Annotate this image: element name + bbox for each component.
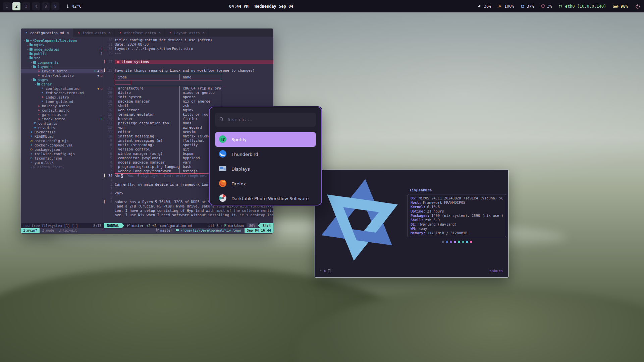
badge: ▢ <box>101 86 102 91</box>
tree-item-garden.astro[interactable]: Agarden.astro <box>21 113 104 117</box>
tree-root[interactable]: ▾~/Development/liv.town <box>21 39 104 43</box>
git-branch: master <box>127 223 144 228</box>
fetch-info-value: zsh 5.9 <box>425 218 440 222</box>
line-number: 11 <box>106 130 112 134</box>
tab-otherPost.astro[interactable]: AotherPost.astro× <box>115 28 165 37</box>
heading-icon <box>117 61 119 63</box>
app-item-firefox[interactable]: Firefox <box>215 176 316 191</box>
table-header-cell: item <box>115 74 179 80</box>
statusline-spacer <box>192 223 208 228</box>
fetch-info-row: Packages:1409 (nix-system), 2590 (nix-us… <box>411 214 503 218</box>
tree-item-env.d.ts[interactable]: TSenv.d.ts <box>21 126 104 130</box>
tree-item-index.astro[interactable]: Aindex.astroH <box>21 117 104 121</box>
workspace-1[interactable]: 1 <box>3 2 11 10</box>
line-number: 9 <box>106 138 112 143</box>
app-item-spotify[interactable]: Spotify <box>215 132 316 147</box>
tree-item--6-hidden-items-[interactable]: (6 hidden items) <box>21 165 104 169</box>
tab-close-icon[interactable]: × <box>108 31 111 35</box>
tree-item-pages[interactable]: ▾pages <box>21 78 104 82</box>
file-type-icon: M <box>41 86 44 91</box>
tree-item-node-modules[interactable]: ▸node_modulesE <box>21 47 104 52</box>
tab-Layout.astro[interactable]: ALayout.astro× <box>165 28 208 37</box>
tree-item-config.ts[interactable]: TSconfig.ts <box>21 121 104 126</box>
tree-item-Layout.astro[interactable]: ALayout.astroH●▢ <box>21 69 104 73</box>
tree-item-fediverse-terms.md[interactable]: Mfediverse-terms.md <box>21 91 104 95</box>
app-item-darktable-photo-workflow-software[interactable]: Darktable Photo Workflow Software <box>215 191 316 205</box>
fetch-info-row: Kernel:6.10.6 <box>411 205 503 209</box>
tree-item-tailwind.config.mjs[interactable]: Ttailwind.config.mjs <box>21 152 104 156</box>
tree-item-tsconfig.json[interactable]: {}tsconfig.json <box>21 156 104 161</box>
line-number: 16 <box>106 108 112 112</box>
power-icon[interactable] <box>635 0 640 12</box>
tmux-window-2:node[interactable]: 2:node <box>40 228 56 233</box>
tree-item-tone-guide.md[interactable]: Mtone-guide.md <box>21 100 104 104</box>
tab-close-icon[interactable]: × <box>159 31 161 35</box>
tree-item-public[interactable]: ▸public? <box>21 52 104 56</box>
disk-icon <box>521 4 525 8</box>
cursor-position: 34:4 <box>260 223 273 228</box>
tab-configuration.md[interactable]: Mconfiguration.md× <box>21 28 73 37</box>
workspace-3[interactable]: 3 <box>22 2 30 10</box>
scroll-percent: 80% <box>247 223 258 228</box>
fetch-info-value: Framework FRANMDCP05 <box>423 200 465 204</box>
file-type-icon: A <box>37 108 41 113</box>
tab-index.astro[interactable]: Aindex.astro× <box>73 28 115 37</box>
tree-item-balcony.astro[interactable]: Abalcony.astro <box>21 104 104 108</box>
tree-item-astro.config.mjs[interactable]: JSastro.config.mjs <box>21 139 104 143</box>
search-box[interactable] <box>215 113 316 127</box>
tree-item-configuration.md[interactable]: Mconfiguration.md●▢ <box>21 86 104 91</box>
branch-icon <box>127 223 130 228</box>
chevron-down-icon: ▾ <box>34 82 37 86</box>
line-number: 5 <box>106 195 112 200</box>
tab-label: otherPost.astro <box>124 31 156 35</box>
tree-item-index.astro[interactable]: Aindex.astro <box>21 95 104 100</box>
tree-item-contact.astro[interactable]: Acontact.astro <box>21 108 104 113</box>
app-item-thunderbird[interactable]: Thunderbird <box>215 147 316 162</box>
workspace-9[interactable]: 9 <box>51 2 59 10</box>
tree-item-README.md[interactable]: MREADME.md <box>21 134 104 139</box>
chevron-right-icon: ▸ <box>26 52 30 56</box>
tree-item-label: (6 hidden items) <box>31 165 65 169</box>
tree-item-otherPost.astro[interactable]: AotherPost.astro●▢ <box>21 73 104 78</box>
prompt-path: ~ <box>320 269 322 273</box>
line-number: 8 <box>106 143 112 147</box>
shell-prompt[interactable]: ~ > <box>320 269 330 273</box>
tmux-window-1:nvim*[interactable]: 1:nvim* <box>21 228 40 233</box>
tree-item-Dockerfile[interactable]: DDockerfile <box>21 130 104 134</box>
line-number: 13 <box>106 121 112 125</box>
git-blame-text: You, 5 days ago - feat: write rough post… <box>127 174 214 178</box>
tree-item-nginx[interactable]: ▸nginx <box>21 43 104 47</box>
tab-close-icon[interactable]: × <box>67 31 69 35</box>
table-cell-item: package manager <box>115 99 179 104</box>
tree-item-src[interactable]: ▾src <box>21 56 104 60</box>
file-type-icon: {} <box>30 147 33 152</box>
tree-item-layouts[interactable]: ▾layouts <box>21 65 104 69</box>
thermometer-icon <box>66 4 70 9</box>
line-number: 29 <box>106 51 112 55</box>
code-text: ove. I use Nix when I need software with… <box>115 213 273 217</box>
workspace-4[interactable]: 4 <box>32 2 40 10</box>
line-number <box>106 208 112 213</box>
search-input[interactable] <box>227 117 312 122</box>
neotree-label: neo-tree filesystem [1] [-] <box>23 223 78 228</box>
badge: ● <box>98 86 99 91</box>
code-text: Currently, my main device is a Framework… <box>115 182 219 187</box>
tree-item-badges: E <box>101 47 102 52</box>
tmux-window-3:lazygit[interactable]: 3:lazygit <box>56 228 79 233</box>
tree-item-components[interactable]: ▸components <box>21 60 104 65</box>
tree-item-badges: H <box>101 117 102 121</box>
tree-item-yarn.lock[interactable]: Lyarn.lock <box>21 161 104 165</box>
tree-item-package.json[interactable]: {}package.json <box>21 147 104 152</box>
tmux-branch-name: master <box>160 228 172 233</box>
code-text: title: configuration for devices i use (… <box>115 38 212 42</box>
tree-item-label: balcony.astro <box>42 104 69 108</box>
workspace-2[interactable]: 2 <box>12 2 20 10</box>
tree-item-label: otherPost.astro <box>42 73 74 78</box>
tab-close-icon[interactable]: × <box>202 31 205 35</box>
tree-item-other[interactable]: ▾other <box>21 82 104 86</box>
workspace-8[interactable]: 8 <box>42 2 50 10</box>
file-encoding: utf-8 <box>208 223 218 228</box>
stat-network: eth0 (10.0.0.140) <box>558 4 606 9</box>
tree-item-docker-compose.yml[interactable]: Ydocker-compose.yml <box>21 143 104 147</box>
app-item-displays[interactable]: Displays <box>215 162 316 176</box>
